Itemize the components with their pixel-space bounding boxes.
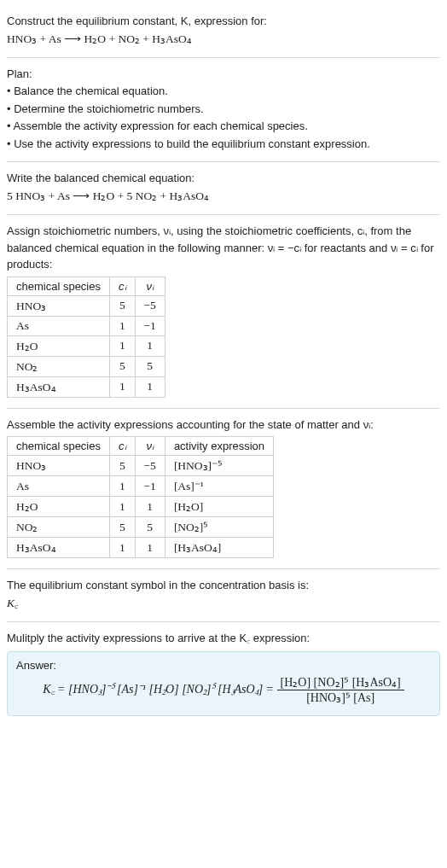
col-vi: νᵢ [135, 437, 165, 456]
cell-vi: 1 [135, 497, 165, 517]
cell-species: NO₂ [8, 517, 110, 538]
cell-vi: −1 [135, 476, 165, 497]
table-row: NO₂ 5 5 [8, 356, 165, 376]
cell-species: H₃AsO₄ [8, 538, 110, 558]
plan-bullet-3: • Assemble the activity expression for e… [7, 118, 440, 135]
intro-equation: HNO₃ + As ⟶ H₂O + NO₂ + H₃AsO₄ [7, 31, 440, 48]
cell-vi: 5 [135, 356, 165, 376]
table-row: As 1 −1 [8, 316, 165, 335]
cell-ci: 5 [110, 356, 136, 376]
cell-species: As [8, 476, 110, 497]
cell-ci: 1 [110, 316, 136, 335]
answer-expression: K꜀ = [HNO₃]⁻⁵ [As]⁻¹ [H₂O] [NO₂]⁵ [H₃AsO… [16, 675, 431, 705]
cell-ci: 1 [110, 376, 136, 397]
plan-bullet-4: • Use the activity expressions to build … [7, 136, 440, 153]
table-row: H₃AsO₄ 1 1 [8, 376, 165, 397]
intro-section: Construct the equilibrium constant, K, e… [7, 5, 440, 58]
cell-ci: 5 [110, 295, 136, 316]
table-row: HNO₃ 5 −5 [8, 295, 165, 316]
cell-species: HNO₃ [8, 456, 110, 476]
cell-activity: [H₂O] [165, 497, 273, 517]
assemble-line1: Assemble the activity expressions accoun… [7, 417, 440, 434]
plan-header: Plan: [7, 66, 440, 83]
cell-ci: 1 [110, 538, 136, 558]
cell-ci: 5 [110, 517, 136, 538]
answer-fraction: [H₂O] [NO₂]⁵ [H₃AsO₄] [HNO₃]⁵ [As] [277, 675, 404, 705]
table-row: H₂O 1 1 [H₂O] [8, 497, 274, 517]
cell-ci: 1 [110, 335, 136, 356]
stoich-table: chemical species cᵢ νᵢ HNO₃ 5 −5 As 1 −1… [7, 277, 165, 398]
col-species: chemical species [8, 437, 110, 456]
cell-species: H₂O [8, 497, 110, 517]
cell-vi: 5 [135, 517, 165, 538]
table-header-row: chemical species cᵢ νᵢ [8, 277, 165, 295]
answer-lhs: K꜀ = [HNO₃]⁻⁵ [As]⁻¹ [H₂O] [NO₂]⁵ [H₃AsO… [43, 683, 276, 696]
col-ci: cᵢ [110, 437, 136, 456]
plan-bullet-2: • Determine the stoichiometric numbers. [7, 101, 440, 118]
cell-activity: [HNO₃]⁻⁵ [165, 456, 273, 476]
assign-section: Assign stoichiometric numbers, νᵢ, using… [7, 215, 440, 409]
cell-vi: −5 [135, 295, 165, 316]
assemble-section: Assemble the activity expressions accoun… [7, 409, 440, 570]
table-row: NO₂ 5 5 [NO₂]⁵ [8, 517, 274, 538]
cell-ci: 1 [110, 497, 136, 517]
balanced-section: Write the balanced chemical equation: 5 … [7, 162, 440, 215]
table-row: As 1 −1 [As]⁻¹ [8, 476, 274, 497]
col-activity: activity expression [165, 437, 273, 456]
cell-activity: [NO₂]⁵ [165, 517, 273, 538]
table-row: H₂O 1 1 [8, 335, 165, 356]
symbol-line1: The equilibrium constant symbol in the c… [7, 577, 440, 594]
table-header-row: chemical species cᵢ νᵢ activity expressi… [8, 437, 274, 456]
symbol-section: The equilibrium constant symbol in the c… [7, 569, 440, 622]
col-species: chemical species [8, 277, 110, 295]
multiply-line1: Mulitply the activity expressions to arr… [7, 630, 440, 647]
cell-species: HNO₃ [8, 295, 110, 316]
cell-vi: 1 [135, 335, 165, 356]
balanced-line1: Write the balanced chemical equation: [7, 170, 440, 187]
plan-section: Plan: • Balance the chemical equation. •… [7, 58, 440, 163]
answer-denominator: [HNO₃]⁵ [As] [277, 690, 404, 705]
answer-label: Answer: [16, 659, 431, 672]
cell-activity: [H₃AsO₄] [165, 538, 273, 558]
cell-activity: [As]⁻¹ [165, 476, 273, 497]
cell-species: As [8, 316, 110, 335]
intro-line1: Construct the equilibrium constant, K, e… [7, 13, 440, 30]
cell-vi: 1 [135, 376, 165, 397]
assign-line1: Assign stoichiometric numbers, νᵢ, using… [7, 223, 440, 273]
cell-species: H₃AsO₄ [8, 376, 110, 397]
cell-ci: 1 [110, 476, 136, 497]
cell-vi: 1 [135, 538, 165, 558]
cell-species: NO₂ [8, 356, 110, 376]
symbol-line2: K꜀ [7, 595, 440, 612]
plan-bullet-1: • Balance the chemical equation. [7, 83, 440, 100]
answer-numerator: [H₂O] [NO₂]⁵ [H₃AsO₄] [277, 675, 404, 690]
table-row: H₃AsO₄ 1 1 [H₃AsO₄] [8, 538, 274, 558]
multiply-section: Mulitply the activity expressions to arr… [7, 622, 440, 725]
balanced-equation: 5 HNO₃ + As ⟶ H₂O + 5 NO₂ + H₃AsO₄ [7, 188, 440, 205]
cell-vi: −1 [135, 316, 165, 335]
answer-box: Answer: K꜀ = [HNO₃]⁻⁵ [As]⁻¹ [H₂O] [NO₂]… [7, 651, 440, 716]
col-ci: cᵢ [110, 277, 136, 295]
cell-species: H₂O [8, 335, 110, 356]
table-row: HNO₃ 5 −5 [HNO₃]⁻⁵ [8, 456, 274, 476]
document: Construct the equilibrium constant, K, e… [0, 0, 447, 735]
col-vi: νᵢ [135, 277, 165, 295]
cell-vi: −5 [135, 456, 165, 476]
cell-ci: 5 [110, 456, 136, 476]
activity-table: chemical species cᵢ νᵢ activity expressi… [7, 436, 274, 558]
